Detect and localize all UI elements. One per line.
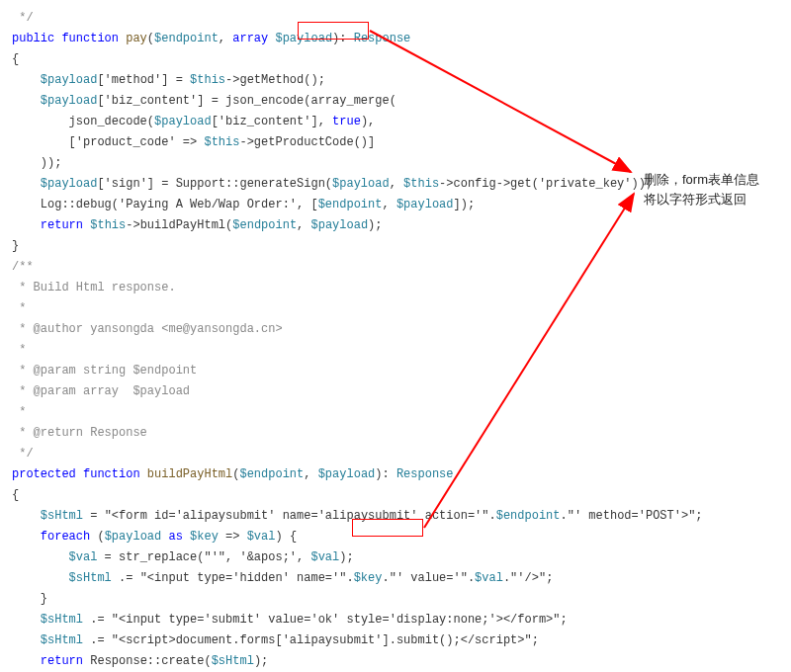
code-line: * @param string $endpoint [12, 361, 779, 381]
code-line-buildpayhtml-signature: protected function buildPayHtml($endpoin… [12, 464, 779, 485]
code-line: * @author yansongda <me@yansongda.cn> [12, 319, 779, 340]
code-line-pay-signature: public function pay($endpoint, array $pa… [12, 29, 779, 49]
code-line: json_decode($payload['biz_content'], tru… [12, 112, 779, 132]
code-line: */ [12, 444, 779, 464]
code-line: } [12, 236, 779, 257]
code-line: return Response::create($sHtml); [12, 651, 779, 672]
code-line: ['product_code' => $this->getProductCode… [12, 132, 779, 153]
code-line: } [12, 589, 779, 610]
code-line: $val = str_replace("'", '&apos;', $val); [12, 547, 779, 568]
code-line: * [12, 402, 779, 423]
code-line: { [12, 49, 779, 70]
annotation-line2: 将以字符形式返回 [644, 190, 759, 210]
code-line: foreach ($payload as $key => $val) { [12, 527, 779, 547]
code-line: $sHtml = "<form id='alipaysubmit' name='… [12, 506, 779, 527]
code-line: * [12, 340, 779, 361]
code-line: * @return Response [12, 423, 779, 444]
code-line: $payload['biz_content'] = json_encode(ar… [12, 91, 779, 112]
code-line: return $this->buildPayHtml($endpoint, $p… [12, 215, 779, 236]
code-line: /** [12, 257, 779, 278]
code-line: * [12, 298, 779, 319]
code-line: $payload['method'] = $this->getMethod(); [12, 70, 779, 91]
code-line: $sHtml .= "<input type='submit' value='o… [12, 610, 779, 630]
code-line: * Build Html response. [12, 278, 779, 298]
code-block: */ public function pay($endpoint, array … [12, 8, 779, 672]
code-line: */ [12, 8, 779, 29]
annotation-text: 删除，form表单信息 将以字符形式返回 [644, 170, 759, 209]
code-line: $sHtml .= "<input type='hidden' name='".… [12, 568, 779, 589]
code-line: $sHtml .= "<script>document.forms['alipa… [12, 630, 779, 651]
code-line: * @param array $payload [12, 381, 779, 402]
code-line: { [12, 485, 779, 506]
annotation-line1: 删除，form表单信息 [644, 170, 759, 190]
